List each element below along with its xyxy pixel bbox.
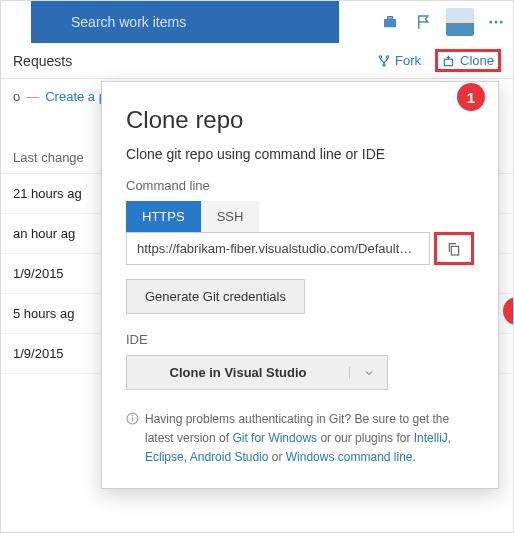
breadcrumb-dash: —	[26, 89, 39, 104]
svg-point-5	[495, 21, 498, 24]
svg-point-6	[500, 21, 503, 24]
link-git-windows[interactable]: Git for Windows	[232, 431, 317, 445]
fork-icon	[377, 54, 391, 68]
svg-rect-2	[384, 19, 396, 27]
search-icon[interactable]	[339, 1, 373, 43]
copy-button[interactable]	[434, 232, 474, 265]
protocol-tabs: HTTPS SSH	[126, 201, 474, 232]
svg-point-9	[383, 63, 385, 65]
avatar[interactable]	[446, 8, 474, 36]
svg-line-1	[358, 24, 362, 28]
fork-label: Fork	[395, 53, 421, 68]
cmdline-label: Command line	[126, 178, 474, 193]
chevron-down-icon[interactable]	[349, 367, 387, 379]
tab-https[interactable]: HTTPS	[126, 201, 201, 232]
breadcrumb-prefix: o	[13, 89, 20, 104]
clone-icon	[442, 54, 456, 68]
more-icon[interactable]	[479, 1, 513, 43]
top-bar	[1, 1, 513, 43]
generate-credentials-button[interactable]: Generate Git credentials	[126, 279, 305, 314]
svg-point-16	[132, 416, 133, 417]
link-eclipse[interactable]: Eclipse	[145, 450, 184, 464]
link-windows-cmd[interactable]: Windows command line	[286, 450, 413, 464]
popup-title: Clone repo	[126, 106, 474, 134]
fork-button[interactable]: Fork	[377, 53, 421, 68]
search-box[interactable]	[31, 1, 339, 43]
svg-point-7	[379, 55, 381, 57]
url-row: https://fabrikam-fiber.visualstudio.com/…	[126, 232, 474, 265]
callout-1: 1	[457, 83, 485, 111]
clone-label: Clone	[460, 53, 494, 68]
clone-popup: Clone repo Clone git repo using command …	[101, 81, 499, 489]
clone-ide-button[interactable]: Clone in Visual Studio	[126, 355, 388, 390]
popup-subtitle: Clone git repo using command line or IDE	[126, 146, 474, 162]
info-icon	[126, 412, 139, 468]
svg-rect-10	[444, 59, 452, 65]
breadcrumb-link[interactable]: Create a p	[45, 89, 106, 104]
svg-point-4	[489, 21, 492, 24]
flag-icon[interactable]	[407, 1, 441, 43]
toolbar: Requests Fork Clone	[1, 43, 513, 79]
help-body: Having problems authenticating in Git? B…	[145, 410, 474, 468]
copy-icon	[446, 241, 462, 257]
help-text: Having problems authenticating in Git? B…	[126, 410, 474, 468]
clone-ide-label: Clone in Visual Studio	[127, 356, 349, 389]
ide-label: IDE	[126, 332, 474, 347]
svg-point-8	[386, 55, 388, 57]
svg-rect-13	[451, 246, 458, 255]
link-android-studio[interactable]: Android Studio	[190, 450, 269, 464]
link-intellij[interactable]: IntelliJ	[414, 431, 448, 445]
briefcase-icon[interactable]	[373, 1, 407, 43]
svg-point-0	[350, 16, 359, 25]
page-title: Requests	[13, 53, 363, 69]
clone-button[interactable]: Clone	[435, 49, 501, 72]
tab-ssh[interactable]: SSH	[201, 201, 260, 232]
svg-rect-3	[388, 17, 393, 19]
search-input[interactable]	[71, 14, 327, 30]
clone-url-input[interactable]: https://fabrikam-fiber.visualstudio.com/…	[126, 232, 430, 265]
